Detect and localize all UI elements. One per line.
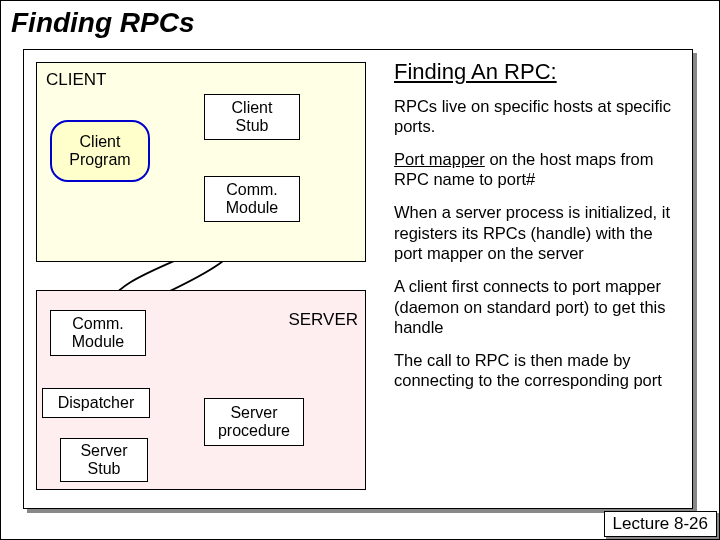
main-frame: CLIENT Client Program Client Stub Comm. … xyxy=(23,49,693,509)
server-procedure-box: Server procedure xyxy=(204,398,304,446)
comm-module-server-box: Comm. Module xyxy=(50,310,146,356)
explanation-heading: Finding An RPC: xyxy=(394,58,684,86)
dispatcher-box: Dispatcher xyxy=(42,388,150,418)
explanation-p1: RPCs live on specific hosts at specific … xyxy=(394,96,684,137)
port-mapper-term: Port mapper xyxy=(394,150,485,168)
lecture-tag: Lecture 8-26 xyxy=(604,511,717,537)
explanation-p5: The call to RPC is then made by connecti… xyxy=(394,350,684,391)
client-program-box: Client Program xyxy=(50,120,150,182)
server-panel-label: SERVER xyxy=(288,310,358,330)
comm-module-client-box: Comm. Module xyxy=(204,176,300,222)
explanation-p3: When a server process is initialized, it… xyxy=(394,202,684,264)
client-stub-box: Client Stub xyxy=(204,94,300,140)
page-title: Finding RPCs xyxy=(11,7,195,39)
explanation-p2: Port mapper on the host maps from RPC na… xyxy=(394,149,684,190)
explanation-p4: A client first connects to port mapper (… xyxy=(394,276,684,338)
client-panel-label: CLIENT xyxy=(46,70,106,90)
diagram-area: CLIENT Client Program Client Stub Comm. … xyxy=(36,62,382,490)
server-stub-box: Server Stub xyxy=(60,438,148,482)
explanation-column: Finding An RPC: RPCs live on specific ho… xyxy=(394,58,684,502)
